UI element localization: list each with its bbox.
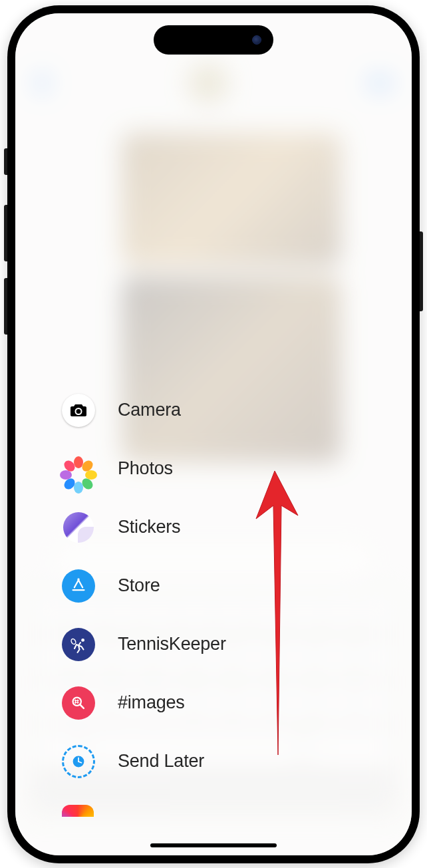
svg-line-1 [78, 580, 82, 587]
menu-label-photos: Photos [118, 458, 173, 479]
menu-item-photos[interactable]: Photos [62, 452, 226, 486]
home-indicator[interactable] [150, 843, 277, 847]
menu-item-hash-images[interactable]: #images [62, 686, 226, 720]
store-icon [62, 569, 95, 603]
photos-icon [62, 452, 95, 486]
mute-switch [4, 148, 7, 175]
stickers-icon [62, 511, 95, 544]
side-button [420, 231, 423, 311]
menu-item-camera[interactable]: Camera [62, 394, 226, 427]
front-camera [252, 35, 261, 45]
menu-label-tenniskeeper: TennisKeeper [118, 634, 226, 654]
menu-item-store[interactable]: Store [62, 569, 226, 603]
menu-label-store: Store [118, 575, 160, 596]
svg-point-4 [81, 639, 84, 642]
hash-images-icon [62, 686, 95, 720]
svg-line-0 [74, 580, 78, 587]
svg-line-7 [80, 704, 84, 708]
menu-label-hash-images: #images [118, 692, 185, 713]
menu-item-send-later[interactable]: Send Later [62, 745, 226, 778]
menu-label-camera: Camera [118, 400, 181, 420]
send-later-icon [62, 745, 95, 778]
menu-label-send-later: Send Later [118, 751, 204, 772]
screen: Camera Photos [15, 13, 412, 855]
svg-point-5 [71, 638, 76, 645]
volume-down-button [4, 278, 7, 335]
menu-item-partial[interactable] [62, 803, 226, 817]
dynamic-island [154, 25, 273, 55]
menu-item-stickers[interactable]: Stickers [62, 511, 226, 544]
tenniskeeper-icon [62, 628, 95, 661]
svg-point-3 [78, 579, 78, 579]
volume-up-button [4, 205, 7, 261]
iphone-frame: Camera Photos [7, 5, 420, 863]
menu-label-stickers: Stickers [118, 517, 180, 537]
camera-icon [62, 394, 95, 427]
imessage-app-drawer: Camera Photos [62, 394, 226, 817]
partial-icon [62, 805, 94, 817]
menu-item-tenniskeeper[interactable]: TennisKeeper [62, 628, 226, 661]
